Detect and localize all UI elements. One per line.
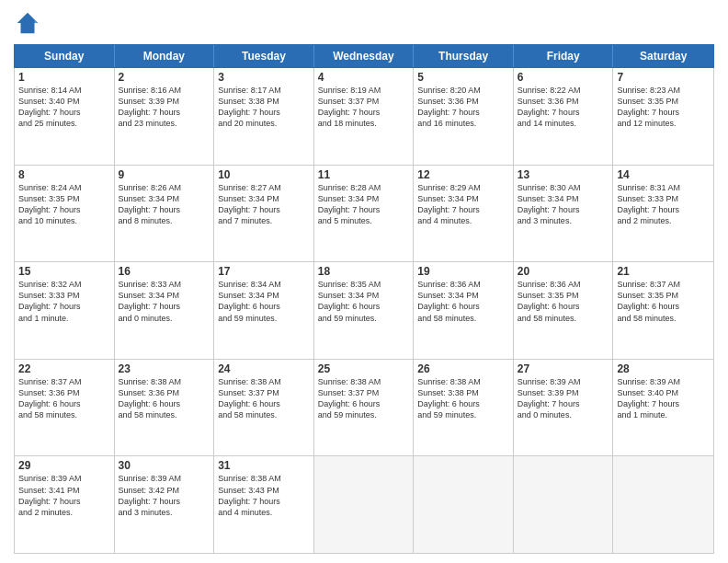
day-info: Sunrise: 8:34 AMSunset: 3:34 PMDaylight:…	[218, 279, 310, 324]
day-info: Sunrise: 8:38 AMSunset: 3:37 PMDaylight:…	[318, 376, 410, 421]
day-number: 9	[119, 168, 210, 181]
day-number: 23	[119, 362, 210, 375]
day-cell-11: 11Sunrise: 8:28 AMSunset: 3:34 PMDayligh…	[314, 166, 415, 262]
day-cell-15: 15Sunrise: 8:32 AMSunset: 3:33 PMDayligh…	[15, 262, 115, 359]
day-info: Sunrise: 8:16 AMSunset: 3:39 PMDaylight:…	[119, 85, 210, 130]
day-number: 20	[518, 265, 609, 278]
day-cell-27: 27Sunrise: 8:39 AMSunset: 3:39 PMDayligh…	[514, 360, 614, 456]
day-cell-23: 23Sunrise: 8:38 AMSunset: 3:36 PMDayligh…	[115, 360, 215, 456]
day-info: Sunrise: 8:22 AMSunset: 3:36 PMDaylight:…	[518, 85, 609, 130]
day-number: 11	[318, 168, 410, 181]
day-cell-18: 18Sunrise: 8:35 AMSunset: 3:34 PMDayligh…	[314, 262, 415, 359]
day-info: Sunrise: 8:39 AMSunset: 3:40 PMDaylight:…	[617, 376, 710, 421]
day-cell-7: 7Sunrise: 8:23 AMSunset: 3:35 PMDaylight…	[613, 68, 713, 165]
day-number: 22	[18, 362, 110, 375]
day-info: Sunrise: 8:39 AMSunset: 3:42 PMDaylight:…	[119, 473, 210, 518]
day-info: Sunrise: 8:36 AMSunset: 3:34 PMDaylight:…	[417, 279, 509, 324]
day-info: Sunrise: 8:39 AMSunset: 3:41 PMDaylight:…	[18, 473, 110, 518]
day-info: Sunrise: 8:23 AMSunset: 3:35 PMDaylight:…	[617, 85, 710, 130]
day-cell-28: 28Sunrise: 8:39 AMSunset: 3:40 PMDayligh…	[613, 360, 713, 456]
day-cell-10: 10Sunrise: 8:27 AMSunset: 3:34 PMDayligh…	[214, 166, 314, 262]
day-number: 1	[18, 71, 110, 84]
day-cell-26: 26Sunrise: 8:38 AMSunset: 3:38 PMDayligh…	[414, 360, 514, 456]
day-number: 16	[119, 265, 210, 278]
day-info: Sunrise: 8:38 AMSunset: 3:36 PMDaylight:…	[119, 376, 210, 421]
calendar-body: 1Sunrise: 8:14 AMSunset: 3:40 PMDaylight…	[14, 68, 714, 554]
day-number: 17	[218, 265, 310, 278]
day-cell-8: 8Sunrise: 8:24 AMSunset: 3:35 PMDaylight…	[15, 166, 115, 262]
header-day-saturday: Saturday	[613, 45, 713, 67]
page: SundayMondayTuesdayWednesdayThursdayFrid…	[0, 0, 728, 563]
day-info: Sunrise: 8:14 AMSunset: 3:40 PMDaylight:…	[18, 85, 110, 130]
day-info: Sunrise: 8:20 AMSunset: 3:36 PMDaylight:…	[417, 85, 509, 130]
day-cell-30: 30Sunrise: 8:39 AMSunset: 3:42 PMDayligh…	[115, 456, 215, 553]
day-number: 12	[417, 168, 509, 181]
day-cell-13: 13Sunrise: 8:30 AMSunset: 3:34 PMDayligh…	[514, 166, 614, 262]
day-cell-31: 31Sunrise: 8:38 AMSunset: 3:43 PMDayligh…	[214, 456, 314, 553]
day-cell-24: 24Sunrise: 8:38 AMSunset: 3:37 PMDayligh…	[214, 360, 314, 456]
day-number: 29	[18, 459, 110, 472]
calendar-row-1: 1Sunrise: 8:14 AMSunset: 3:40 PMDaylight…	[15, 68, 713, 166]
day-number: 25	[318, 362, 410, 375]
day-number: 3	[218, 71, 310, 84]
header	[14, 9, 714, 37]
logo	[14, 9, 45, 37]
empty-cell	[613, 456, 713, 553]
day-info: Sunrise: 8:38 AMSunset: 3:43 PMDaylight:…	[218, 473, 310, 518]
day-number: 27	[518, 362, 609, 375]
calendar-row-4: 22Sunrise: 8:37 AMSunset: 3:36 PMDayligh…	[15, 360, 713, 457]
calendar: SundayMondayTuesdayWednesdayThursdayFrid…	[14, 44, 714, 554]
day-cell-21: 21Sunrise: 8:37 AMSunset: 3:35 PMDayligh…	[613, 262, 713, 359]
empty-cell	[514, 456, 614, 553]
day-number: 7	[617, 71, 710, 84]
day-cell-2: 2Sunrise: 8:16 AMSunset: 3:39 PMDaylight…	[115, 68, 215, 165]
day-number: 19	[417, 265, 509, 278]
header-day-sunday: Sunday	[15, 45, 115, 67]
day-number: 15	[18, 265, 110, 278]
header-day-monday: Monday	[115, 45, 215, 67]
day-cell-14: 14Sunrise: 8:31 AMSunset: 3:33 PMDayligh…	[613, 166, 713, 262]
day-cell-16: 16Sunrise: 8:33 AMSunset: 3:34 PMDayligh…	[115, 262, 215, 359]
day-number: 13	[518, 168, 609, 181]
day-number: 18	[318, 265, 410, 278]
day-cell-5: 5Sunrise: 8:20 AMSunset: 3:36 PMDaylight…	[414, 68, 514, 165]
day-info: Sunrise: 8:37 AMSunset: 3:35 PMDaylight:…	[617, 279, 710, 324]
day-info: Sunrise: 8:38 AMSunset: 3:37 PMDaylight:…	[218, 376, 310, 421]
calendar-row-5: 29Sunrise: 8:39 AMSunset: 3:41 PMDayligh…	[15, 456, 713, 553]
day-number: 2	[119, 71, 210, 84]
day-info: Sunrise: 8:38 AMSunset: 3:38 PMDaylight:…	[417, 376, 509, 421]
day-number: 10	[218, 168, 310, 181]
day-info: Sunrise: 8:17 AMSunset: 3:38 PMDaylight:…	[218, 85, 310, 130]
day-info: Sunrise: 8:31 AMSunset: 3:33 PMDaylight:…	[617, 182, 710, 227]
logo-icon	[14, 9, 41, 37]
day-cell-12: 12Sunrise: 8:29 AMSunset: 3:34 PMDayligh…	[414, 166, 514, 262]
day-info: Sunrise: 8:35 AMSunset: 3:34 PMDaylight:…	[318, 279, 410, 324]
day-number: 21	[617, 265, 710, 278]
header-day-thursday: Thursday	[414, 45, 514, 67]
day-cell-22: 22Sunrise: 8:37 AMSunset: 3:36 PMDayligh…	[15, 360, 115, 456]
day-info: Sunrise: 8:30 AMSunset: 3:34 PMDaylight:…	[518, 182, 609, 227]
day-number: 8	[18, 168, 110, 181]
day-number: 26	[417, 362, 509, 375]
day-cell-29: 29Sunrise: 8:39 AMSunset: 3:41 PMDayligh…	[15, 456, 115, 553]
header-day-friday: Friday	[514, 45, 614, 67]
day-number: 30	[119, 459, 210, 472]
day-cell-17: 17Sunrise: 8:34 AMSunset: 3:34 PMDayligh…	[214, 262, 314, 359]
day-info: Sunrise: 8:29 AMSunset: 3:34 PMDaylight:…	[417, 182, 509, 227]
day-number: 24	[218, 362, 310, 375]
header-day-tuesday: Tuesday	[214, 45, 314, 67]
day-number: 28	[617, 362, 710, 375]
day-info: Sunrise: 8:32 AMSunset: 3:33 PMDaylight:…	[18, 279, 110, 324]
day-cell-6: 6Sunrise: 8:22 AMSunset: 3:36 PMDaylight…	[514, 68, 614, 165]
day-cell-4: 4Sunrise: 8:19 AMSunset: 3:37 PMDaylight…	[314, 68, 415, 165]
day-number: 14	[617, 168, 710, 181]
day-info: Sunrise: 8:39 AMSunset: 3:39 PMDaylight:…	[518, 376, 609, 421]
day-number: 4	[318, 71, 410, 84]
day-number: 5	[417, 71, 509, 84]
day-info: Sunrise: 8:26 AMSunset: 3:34 PMDaylight:…	[119, 182, 210, 227]
day-info: Sunrise: 8:37 AMSunset: 3:36 PMDaylight:…	[18, 376, 110, 421]
day-info: Sunrise: 8:33 AMSunset: 3:34 PMDaylight:…	[119, 279, 210, 324]
day-cell-3: 3Sunrise: 8:17 AMSunset: 3:38 PMDaylight…	[214, 68, 314, 165]
day-info: Sunrise: 8:19 AMSunset: 3:37 PMDaylight:…	[318, 85, 410, 130]
calendar-header: SundayMondayTuesdayWednesdayThursdayFrid…	[14, 44, 714, 68]
